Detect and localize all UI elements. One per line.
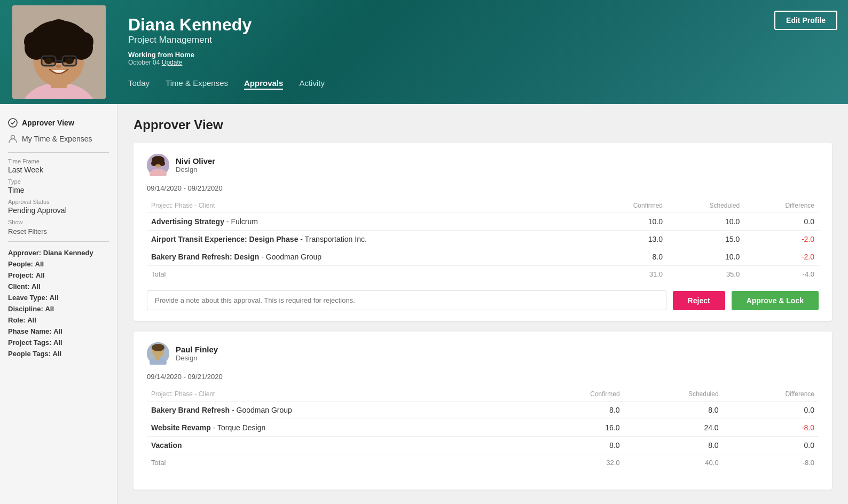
nav-approvals[interactable]: Approvals bbox=[244, 78, 283, 90]
svg-point-33 bbox=[152, 345, 156, 350]
total-difference-0: -4.0 bbox=[744, 266, 819, 283]
person-dept-0: Design bbox=[176, 166, 215, 174]
check-circle-icon bbox=[8, 118, 18, 128]
row-difference: -2.0 bbox=[744, 231, 819, 248]
work-status: Working from Home bbox=[128, 51, 837, 59]
people-tags-filter-label: People Tags: bbox=[8, 350, 51, 358]
total-label-0: Total bbox=[147, 266, 592, 283]
col-scheduled-1: Scheduled bbox=[624, 387, 723, 401]
update-link[interactable]: Update bbox=[162, 59, 183, 66]
people-filter: People: All bbox=[8, 258, 109, 270]
col-difference-0: Difference bbox=[744, 199, 819, 213]
row-confirmed: 10.0 bbox=[592, 213, 668, 231]
reject-button-0[interactable]: Reject bbox=[673, 291, 725, 310]
people-filter-label: People: bbox=[8, 260, 33, 268]
row-scheduled: 8.0 bbox=[624, 401, 723, 419]
row-scheduled: 10.0 bbox=[667, 248, 744, 266]
nav-today[interactable]: Today bbox=[128, 78, 150, 90]
total-row-0: Total 31.0 35.0 -4.0 bbox=[147, 266, 819, 283]
time-frame-label: Time Frame bbox=[8, 158, 109, 164]
row-confirmed: 8.0 bbox=[527, 437, 624, 454]
row-scheduled: 10.0 bbox=[667, 213, 744, 231]
person-avatar-0 bbox=[147, 154, 169, 176]
table-header-row-0: Project: Phase - Client Confirmed Schedu… bbox=[147, 199, 819, 213]
role-filter-value: All bbox=[27, 316, 36, 324]
project-tags-filter: Project Tags: All bbox=[8, 337, 109, 348]
main-content: Approver View Nivi Oliver Design bbox=[117, 104, 848, 504]
total-difference-1: -8.0 bbox=[723, 454, 819, 471]
approve-lock-button-0[interactable]: Approve & Lock bbox=[732, 291, 819, 310]
row-confirmed: 8.0 bbox=[527, 401, 624, 419]
row-difference: -8.0 bbox=[723, 419, 819, 437]
person-details-1: Paul Finley Design bbox=[176, 345, 218, 362]
people-tags-filter-value: All bbox=[53, 350, 62, 358]
row-project: Airport Transit Experience: Design Phase… bbox=[147, 231, 592, 248]
row-confirmed: 16.0 bbox=[527, 419, 624, 437]
sidebar-divider-1 bbox=[8, 152, 109, 153]
sidebar-item-my-time[interactable]: My Time & Expenses bbox=[8, 131, 109, 147]
total-label-1: Total bbox=[147, 454, 527, 471]
approver-view-label: Approver View bbox=[22, 119, 74, 127]
approval-status-label: Approval Status bbox=[8, 199, 109, 205]
sidebar: Approver View My Time & Expenses Time Fr… bbox=[0, 104, 117, 504]
total-row-1: Total 32.0 40.0 -8.0 bbox=[147, 454, 819, 471]
role-filter: Role: All bbox=[8, 314, 109, 326]
row-scheduled: 8.0 bbox=[624, 437, 723, 454]
col-project-1: Project: Phase - Client bbox=[147, 387, 527, 401]
project-filter-value: All bbox=[36, 271, 45, 279]
type-value: Time bbox=[8, 186, 109, 194]
sidebar-divider-2 bbox=[8, 241, 109, 242]
header-date: October 04 Update bbox=[128, 59, 837, 66]
role-filter-label: Role: bbox=[8, 316, 26, 324]
leave-type-filter: Leave Type: All bbox=[8, 292, 109, 303]
col-project-0: Project: Phase - Client bbox=[147, 199, 592, 213]
svg-point-11 bbox=[74, 32, 93, 51]
note-input-0[interactable] bbox=[147, 290, 666, 310]
edit-profile-button[interactable]: Edit Profile bbox=[774, 11, 837, 30]
row-confirmed: 13.0 bbox=[592, 231, 668, 248]
col-confirmed-0: Confirmed bbox=[592, 199, 668, 213]
people-tags-filter: People Tags: All bbox=[8, 348, 109, 359]
table-row: Airport Transit Experience: Design Phase… bbox=[147, 231, 819, 248]
show-label: Show bbox=[8, 219, 109, 225]
row-scheduled: 15.0 bbox=[667, 231, 744, 248]
total-confirmed-0: 31.0 bbox=[592, 266, 668, 283]
date-range-1: 09/14/2020 - 09/21/2020 bbox=[147, 373, 819, 381]
approval-card-0: Nivi Oliver Design 09/14/2020 - 09/21/20… bbox=[134, 143, 832, 321]
discipline-filter-label: Discipline: bbox=[8, 305, 43, 313]
sidebar-item-approver-view[interactable]: Approver View bbox=[8, 115, 109, 131]
nav-time-expenses[interactable]: Time & Expenses bbox=[166, 78, 228, 90]
project-filter: Project: All bbox=[8, 270, 109, 281]
row-confirmed: 8.0 bbox=[592, 248, 668, 266]
reset-filters-link[interactable]: Reset Filters bbox=[8, 227, 47, 235]
col-scheduled-0: Scheduled bbox=[667, 199, 744, 213]
svg-point-26 bbox=[160, 161, 165, 166]
table-row: Website Revamp - Torque Design 16.0 24.0… bbox=[147, 419, 819, 437]
table-row: Vacation 8.0 8.0 0.0 bbox=[147, 437, 819, 454]
header-info: Diana Kennedy Project Management Working… bbox=[117, 0, 848, 104]
svg-point-10 bbox=[24, 32, 43, 51]
approval-status-value: Pending Approval bbox=[8, 206, 109, 215]
person-name-0: Nivi Oliver bbox=[176, 156, 215, 166]
total-scheduled-0: 35.0 bbox=[667, 266, 744, 283]
row-scheduled: 24.0 bbox=[624, 419, 723, 437]
sidebar-section-views: Approver View My Time & Expenses bbox=[8, 115, 109, 147]
date-range-0: 09/14/2020 - 09/21/2020 bbox=[147, 184, 819, 192]
row-project: Vacation bbox=[147, 437, 527, 454]
discipline-filter: Discipline: All bbox=[8, 303, 109, 314]
person-info-1: Paul Finley Design bbox=[147, 342, 819, 365]
nav-activity[interactable]: Activity bbox=[299, 78, 325, 90]
header-nav: Today Time & Expenses Approvals Activity bbox=[128, 78, 837, 90]
user-name: Diana Kennedy bbox=[128, 14, 837, 35]
svg-point-25 bbox=[151, 161, 156, 166]
col-difference-1: Difference bbox=[723, 387, 819, 401]
approver-filter: Approver: Diana Kennedy bbox=[8, 247, 109, 258]
row-difference: 0.0 bbox=[723, 401, 819, 419]
svg-point-19 bbox=[56, 65, 61, 68]
row-project: Website Revamp - Torque Design bbox=[147, 419, 527, 437]
avatar bbox=[12, 5, 106, 99]
col-confirmed-1: Confirmed bbox=[527, 387, 624, 401]
approval-card-1: Paul Finley Design 09/14/2020 - 09/21/20… bbox=[134, 332, 832, 490]
time-frame-value: Last Week bbox=[8, 166, 109, 174]
approval-table-1: Project: Phase - Client Confirmed Schedu… bbox=[147, 387, 819, 471]
